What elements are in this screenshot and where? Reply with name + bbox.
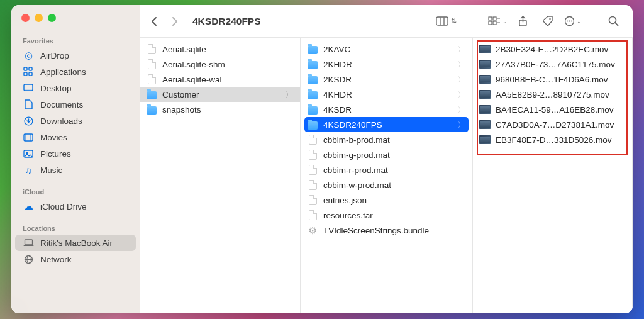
svg-rect-5 <box>24 89 33 91</box>
bundle-icon: ⚙︎ <box>307 225 318 236</box>
movie-file-icon <box>479 74 491 85</box>
list-item[interactable]: cbbim-r-prod.mat <box>301 162 472 177</box>
sidebar-item-label: AirDrop <box>40 51 69 60</box>
sidebar-item-label: Downloads <box>40 116 82 126</box>
list-item[interactable]: AA5E82B9-2…89107275.mov <box>473 87 632 102</box>
file-icon <box>146 74 157 85</box>
sidebar-item-macbook[interactable]: Ritik's MacBook Air <box>15 235 136 251</box>
sidebar-section-title-icloud: iCloud <box>11 184 140 198</box>
downloads-icon <box>23 116 34 126</box>
list-item[interactable]: 2KSDR〉 <box>301 72 472 87</box>
sidebar-item-music[interactable]: ♫ Music <box>15 162 136 178</box>
file-icon <box>307 194 318 206</box>
folder-icon <box>146 104 157 115</box>
list-item-label: 2B30E324-E…2D2B2EC.mov <box>496 45 625 54</box>
sidebar-item-desktop[interactable]: Desktop <box>15 80 136 96</box>
view-columns-button[interactable]: ⇅ <box>435 13 457 30</box>
sidebar-item-downloads[interactable]: Downloads <box>15 113 136 129</box>
airdrop-icon: ◎ <box>23 50 34 61</box>
svg-point-27 <box>549 18 550 20</box>
sidebar-item-airdrop[interactable]: ◎ AirDrop <box>15 47 136 64</box>
list-item-label: resources.tar <box>323 211 465 220</box>
sidebar-item-label: Applications <box>40 67 86 77</box>
column-1: Aerial.sqliteAerial.sqlite-shmAerial.sql… <box>140 38 301 313</box>
search-button[interactable] <box>602 13 624 30</box>
folder-icon <box>146 89 157 100</box>
list-item[interactable]: 9680B8EB-C…1F4D6A6.mov <box>473 72 632 87</box>
more-button[interactable]: ⌄ <box>562 13 584 30</box>
minimize-window-button[interactable] <box>35 14 43 22</box>
list-item[interactable]: Customer〉 <box>140 87 300 102</box>
list-item[interactable]: Aerial.sqlite-shm <box>140 57 300 72</box>
list-item-label: BA4ECA11-59…A16EB28.mov <box>496 105 625 115</box>
list-item[interactable]: resources.tar <box>301 208 472 223</box>
file-icon <box>146 59 157 70</box>
svg-point-29 <box>567 21 568 22</box>
folder-icon <box>307 43 318 55</box>
list-item-label: 2KAVC <box>323 45 453 54</box>
list-item[interactable]: BA4ECA11-59…A16EB28.mov <box>473 102 632 117</box>
list-item-label: Aerial.sqlite <box>162 45 292 54</box>
svg-rect-13 <box>23 245 33 247</box>
chevron-right-icon: 〉 <box>286 90 292 99</box>
share-button[interactable] <box>512 13 533 30</box>
file-icon <box>307 210 318 221</box>
list-item-label: 4KSDR240FPS <box>323 120 453 130</box>
network-icon <box>23 255 34 264</box>
list-item-label: C7AD3D0A-7…D27381A1.mov <box>496 120 625 130</box>
zoom-window-button[interactable] <box>48 14 56 22</box>
list-item[interactable]: 2B30E324-E…2D2B2EC.mov <box>473 42 632 57</box>
svg-point-31 <box>571 21 572 22</box>
list-item[interactable]: cbbim-b-prod.mat <box>301 132 472 147</box>
toolbar: 4KSDR240FPS ⇅ ⌄ ⌄ <box>140 5 633 38</box>
list-item[interactable]: 2KHDR〉 <box>301 57 472 72</box>
list-item[interactable]: Aerial.sqlite <box>140 42 300 57</box>
movie-file-icon <box>479 134 491 145</box>
list-item[interactable]: 2KAVC〉 <box>301 42 472 57</box>
forward-button[interactable] <box>166 13 184 30</box>
list-item[interactable]: 4KSDR240FPS〉 <box>304 117 469 132</box>
sidebar-item-pictures[interactable]: Pictures <box>15 145 136 162</box>
updown-icon: ⇅ <box>451 17 457 25</box>
chevron-right-icon: 〉 <box>458 120 465 130</box>
close-window-button[interactable] <box>21 14 30 22</box>
back-button[interactable] <box>145 13 162 30</box>
list-item[interactable]: cbbim-g-prod.mat <box>301 147 472 162</box>
list-item[interactable]: entries.json <box>301 193 472 208</box>
column-3: 2B30E324-E…2D2B2EC.mov27A37B0F-73…7A6C11… <box>473 38 633 313</box>
column-view: Aerial.sqliteAerial.sqlite-shmAerial.sql… <box>140 38 633 313</box>
sidebar-item-label: Music <box>40 165 62 175</box>
movie-file-icon <box>479 104 491 115</box>
tags-button[interactable] <box>537 13 558 30</box>
sidebar-item-icloud-drive[interactable]: ☁︎ iCloud Drive <box>15 198 136 215</box>
movie-file-icon <box>479 59 491 70</box>
chevron-right-icon: 〉 <box>458 90 465 99</box>
list-item-label: cbbim-g-prod.mat <box>323 150 465 160</box>
svg-rect-22 <box>489 21 492 25</box>
sidebar-item-movies[interactable]: Movies <box>15 129 136 145</box>
list-item[interactable]: 4KSDR〉 <box>301 102 472 117</box>
list-item[interactable]: 4KHDR〉 <box>301 87 472 102</box>
list-item[interactable]: Aerial.sqlite-wal <box>140 72 300 87</box>
sidebar-item-label: iCloud Drive <box>40 202 87 211</box>
file-icon <box>307 164 318 176</box>
list-item[interactable]: EB3F48E7-D…331D5026.mov <box>473 132 632 147</box>
sidebar-item-applications[interactable]: Applications <box>15 64 136 80</box>
list-item[interactable]: cbbim-w-prod.mat <box>301 177 472 193</box>
list-item[interactable]: C7AD3D0A-7…D27381A1.mov <box>473 117 632 132</box>
svg-rect-2 <box>24 72 27 76</box>
folder-icon <box>307 59 318 70</box>
list-item[interactable]: ⚙︎TVIdleScreenStrings.bundle <box>301 223 472 238</box>
list-item[interactable]: 27A37B0F-73…7A6C1175.mov <box>473 57 632 72</box>
chevron-right-icon: 〉 <box>458 75 465 84</box>
list-item-label: 27A37B0F-73…7A6C1175.mov <box>496 60 625 69</box>
sidebar-item-documents[interactable]: Documents <box>15 96 136 113</box>
sidebar-item-network[interactable]: Network <box>15 251 136 267</box>
list-item[interactable]: snapshots <box>140 102 300 117</box>
laptop-icon <box>23 239 34 247</box>
sidebar-item-label: Pictures <box>40 149 71 159</box>
group-button[interactable]: ⌄ <box>487 13 508 30</box>
desktop-icon <box>23 84 34 92</box>
file-icon <box>146 43 157 55</box>
sidebar-item-label: Documents <box>40 100 83 109</box>
